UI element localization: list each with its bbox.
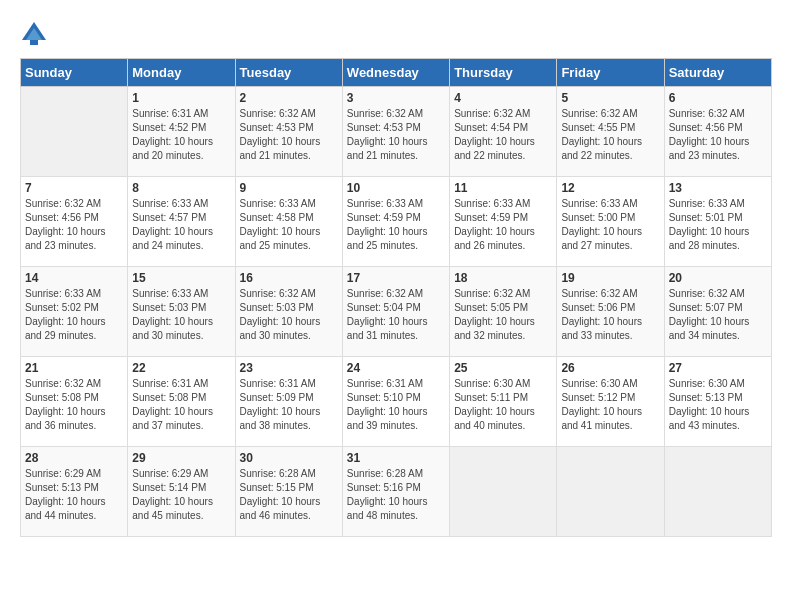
- week-row-5: 28Sunrise: 6:29 AMSunset: 5:13 PMDayligh…: [21, 447, 772, 537]
- day-info: Sunrise: 6:29 AMSunset: 5:13 PMDaylight:…: [25, 467, 123, 523]
- day-cell: 18Sunrise: 6:32 AMSunset: 5:05 PMDayligh…: [450, 267, 557, 357]
- day-number: 9: [240, 181, 338, 195]
- day-cell: 1Sunrise: 6:31 AMSunset: 4:52 PMDaylight…: [128, 87, 235, 177]
- day-cell: [664, 447, 771, 537]
- day-cell: 21Sunrise: 6:32 AMSunset: 5:08 PMDayligh…: [21, 357, 128, 447]
- day-cell: 8Sunrise: 6:33 AMSunset: 4:57 PMDaylight…: [128, 177, 235, 267]
- day-cell: 7Sunrise: 6:32 AMSunset: 4:56 PMDaylight…: [21, 177, 128, 267]
- day-info: Sunrise: 6:28 AMSunset: 5:15 PMDaylight:…: [240, 467, 338, 523]
- day-cell: 30Sunrise: 6:28 AMSunset: 5:15 PMDayligh…: [235, 447, 342, 537]
- day-cell: [557, 447, 664, 537]
- day-cell: 14Sunrise: 6:33 AMSunset: 5:02 PMDayligh…: [21, 267, 128, 357]
- day-cell: 9Sunrise: 6:33 AMSunset: 4:58 PMDaylight…: [235, 177, 342, 267]
- day-number: 3: [347, 91, 445, 105]
- weekday-header-row: SundayMondayTuesdayWednesdayThursdayFrid…: [21, 59, 772, 87]
- day-cell: 10Sunrise: 6:33 AMSunset: 4:59 PMDayligh…: [342, 177, 449, 267]
- day-number: 14: [25, 271, 123, 285]
- day-info: Sunrise: 6:33 AMSunset: 5:02 PMDaylight:…: [25, 287, 123, 343]
- day-cell: 22Sunrise: 6:31 AMSunset: 5:08 PMDayligh…: [128, 357, 235, 447]
- day-number: 20: [669, 271, 767, 285]
- logo-icon: [20, 20, 48, 48]
- weekday-header-thursday: Thursday: [450, 59, 557, 87]
- day-info: Sunrise: 6:32 AMSunset: 5:07 PMDaylight:…: [669, 287, 767, 343]
- day-number: 7: [25, 181, 123, 195]
- day-info: Sunrise: 6:32 AMSunset: 4:56 PMDaylight:…: [25, 197, 123, 253]
- day-cell: 3Sunrise: 6:32 AMSunset: 4:53 PMDaylight…: [342, 87, 449, 177]
- weekday-header-sunday: Sunday: [21, 59, 128, 87]
- week-row-1: 1Sunrise: 6:31 AMSunset: 4:52 PMDaylight…: [21, 87, 772, 177]
- day-cell: 4Sunrise: 6:32 AMSunset: 4:54 PMDaylight…: [450, 87, 557, 177]
- day-cell: 24Sunrise: 6:31 AMSunset: 5:10 PMDayligh…: [342, 357, 449, 447]
- day-number: 22: [132, 361, 230, 375]
- day-info: Sunrise: 6:32 AMSunset: 4:54 PMDaylight:…: [454, 107, 552, 163]
- day-number: 16: [240, 271, 338, 285]
- day-info: Sunrise: 6:31 AMSunset: 5:09 PMDaylight:…: [240, 377, 338, 433]
- day-cell: 28Sunrise: 6:29 AMSunset: 5:13 PMDayligh…: [21, 447, 128, 537]
- day-info: Sunrise: 6:32 AMSunset: 4:53 PMDaylight:…: [240, 107, 338, 163]
- day-cell: 12Sunrise: 6:33 AMSunset: 5:00 PMDayligh…: [557, 177, 664, 267]
- day-info: Sunrise: 6:30 AMSunset: 5:13 PMDaylight:…: [669, 377, 767, 433]
- day-info: Sunrise: 6:32 AMSunset: 5:05 PMDaylight:…: [454, 287, 552, 343]
- day-number: 5: [561, 91, 659, 105]
- day-number: 4: [454, 91, 552, 105]
- weekday-header-tuesday: Tuesday: [235, 59, 342, 87]
- day-number: 6: [669, 91, 767, 105]
- day-cell: 23Sunrise: 6:31 AMSunset: 5:09 PMDayligh…: [235, 357, 342, 447]
- day-number: 25: [454, 361, 552, 375]
- day-info: Sunrise: 6:32 AMSunset: 5:08 PMDaylight:…: [25, 377, 123, 433]
- day-info: Sunrise: 6:32 AMSunset: 4:56 PMDaylight:…: [669, 107, 767, 163]
- day-number: 15: [132, 271, 230, 285]
- day-cell: 6Sunrise: 6:32 AMSunset: 4:56 PMDaylight…: [664, 87, 771, 177]
- logo: [20, 20, 50, 48]
- day-info: Sunrise: 6:32 AMSunset: 4:55 PMDaylight:…: [561, 107, 659, 163]
- day-number: 2: [240, 91, 338, 105]
- day-number: 27: [669, 361, 767, 375]
- day-number: 1: [132, 91, 230, 105]
- day-info: Sunrise: 6:28 AMSunset: 5:16 PMDaylight:…: [347, 467, 445, 523]
- day-info: Sunrise: 6:33 AMSunset: 4:57 PMDaylight:…: [132, 197, 230, 253]
- day-cell: 5Sunrise: 6:32 AMSunset: 4:55 PMDaylight…: [557, 87, 664, 177]
- day-info: Sunrise: 6:33 AMSunset: 5:01 PMDaylight:…: [669, 197, 767, 253]
- day-cell: [21, 87, 128, 177]
- weekday-header-wednesday: Wednesday: [342, 59, 449, 87]
- day-cell: 15Sunrise: 6:33 AMSunset: 5:03 PMDayligh…: [128, 267, 235, 357]
- day-number: 30: [240, 451, 338, 465]
- day-cell: 29Sunrise: 6:29 AMSunset: 5:14 PMDayligh…: [128, 447, 235, 537]
- day-number: 19: [561, 271, 659, 285]
- svg-rect-2: [30, 40, 38, 45]
- calendar-table: SundayMondayTuesdayWednesdayThursdayFrid…: [20, 58, 772, 537]
- day-info: Sunrise: 6:32 AMSunset: 5:06 PMDaylight:…: [561, 287, 659, 343]
- day-number: 12: [561, 181, 659, 195]
- day-number: 23: [240, 361, 338, 375]
- weekday-header-monday: Monday: [128, 59, 235, 87]
- day-info: Sunrise: 6:30 AMSunset: 5:12 PMDaylight:…: [561, 377, 659, 433]
- week-row-4: 21Sunrise: 6:32 AMSunset: 5:08 PMDayligh…: [21, 357, 772, 447]
- day-number: 28: [25, 451, 123, 465]
- day-cell: 19Sunrise: 6:32 AMSunset: 5:06 PMDayligh…: [557, 267, 664, 357]
- day-number: 26: [561, 361, 659, 375]
- week-row-2: 7Sunrise: 6:32 AMSunset: 4:56 PMDaylight…: [21, 177, 772, 267]
- day-number: 8: [132, 181, 230, 195]
- day-cell: 2Sunrise: 6:32 AMSunset: 4:53 PMDaylight…: [235, 87, 342, 177]
- day-cell: 16Sunrise: 6:32 AMSunset: 5:03 PMDayligh…: [235, 267, 342, 357]
- day-cell: 26Sunrise: 6:30 AMSunset: 5:12 PMDayligh…: [557, 357, 664, 447]
- day-number: 13: [669, 181, 767, 195]
- day-cell: 11Sunrise: 6:33 AMSunset: 4:59 PMDayligh…: [450, 177, 557, 267]
- day-info: Sunrise: 6:31 AMSunset: 5:10 PMDaylight:…: [347, 377, 445, 433]
- weekday-header-friday: Friday: [557, 59, 664, 87]
- week-row-3: 14Sunrise: 6:33 AMSunset: 5:02 PMDayligh…: [21, 267, 772, 357]
- day-cell: 27Sunrise: 6:30 AMSunset: 5:13 PMDayligh…: [664, 357, 771, 447]
- day-info: Sunrise: 6:33 AMSunset: 5:00 PMDaylight:…: [561, 197, 659, 253]
- day-number: 17: [347, 271, 445, 285]
- page-header: [20, 20, 772, 48]
- day-number: 18: [454, 271, 552, 285]
- day-number: 10: [347, 181, 445, 195]
- day-cell: 31Sunrise: 6:28 AMSunset: 5:16 PMDayligh…: [342, 447, 449, 537]
- day-number: 29: [132, 451, 230, 465]
- day-cell: [450, 447, 557, 537]
- day-number: 11: [454, 181, 552, 195]
- day-cell: 13Sunrise: 6:33 AMSunset: 5:01 PMDayligh…: [664, 177, 771, 267]
- day-info: Sunrise: 6:33 AMSunset: 4:58 PMDaylight:…: [240, 197, 338, 253]
- day-info: Sunrise: 6:29 AMSunset: 5:14 PMDaylight:…: [132, 467, 230, 523]
- day-info: Sunrise: 6:32 AMSunset: 4:53 PMDaylight:…: [347, 107, 445, 163]
